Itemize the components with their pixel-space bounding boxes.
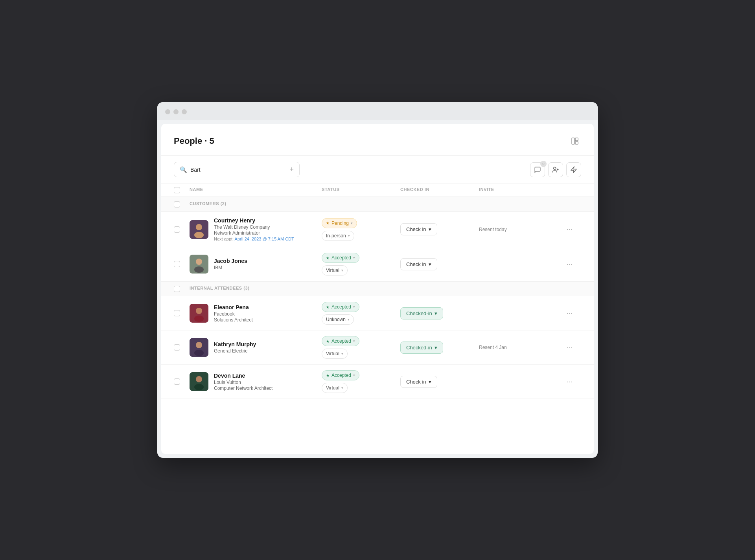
person-details: Courtney Henry The Walt Disney Company N… xyxy=(214,217,294,241)
svg-point-3 xyxy=(554,167,556,169)
chat-button[interactable]: 0 xyxy=(530,162,545,177)
meeting-type-dropdown[interactable]: Unknown ▾ xyxy=(322,314,354,325)
star-icon: ★ xyxy=(326,339,330,343)
checked-in-button[interactable]: Checked-in ▾ xyxy=(400,342,443,354)
person-role: Solutions Architect xyxy=(214,317,253,323)
status-badge[interactable]: ★ Accepted ▾ xyxy=(322,253,359,263)
add-person-button[interactable] xyxy=(548,162,563,177)
svg-point-15 xyxy=(194,316,204,322)
search-bar[interactable]: 🔍 + xyxy=(174,162,300,177)
checked-in-button[interactable]: Checked-in ▾ xyxy=(400,307,443,319)
row-checkbox[interactable] xyxy=(174,378,190,385)
toolbar-actions: 0 xyxy=(530,162,581,177)
svg-point-12 xyxy=(194,266,204,273)
table-row: Courtney Henry The Walt Disney Company N… xyxy=(161,212,594,247)
person-role: Computer Network Architect xyxy=(214,386,273,391)
person-company: General Electric xyxy=(214,348,256,354)
chevron-down-icon: ▾ xyxy=(429,226,431,232)
meeting-type-dropdown[interactable]: Virtual ▾ xyxy=(322,349,348,359)
row-checkbox[interactable] xyxy=(174,344,190,351)
col-name: NAME xyxy=(190,187,322,193)
flash-button[interactable] xyxy=(566,162,581,177)
add-button[interactable]: + xyxy=(289,165,294,174)
next-appt: Next appt: April 24, 2023 @ 7:15 AM CDT xyxy=(214,237,294,241)
more-actions-button[interactable]: ··· xyxy=(558,225,581,233)
person-company: Louis Vuitton xyxy=(214,380,273,385)
status-badge[interactable]: ★ Accepted ▾ xyxy=(322,302,359,312)
meeting-chevron-icon: ▾ xyxy=(341,268,343,272)
col-checkedin: CHECKED IN xyxy=(400,187,479,193)
page-header: People · 5 xyxy=(161,124,594,156)
row-checkbox[interactable] xyxy=(174,310,190,316)
svg-point-18 xyxy=(194,350,204,356)
table-row: Jacob Jones IBM ★ Accepted ▾ Virtual ▾ xyxy=(161,247,594,281)
person-details: Kathryn Murphy General Electric xyxy=(214,341,256,354)
col-status: STATUS xyxy=(322,187,400,193)
row-checkbox[interactable] xyxy=(174,226,190,233)
meeting-chevron-icon: ▾ xyxy=(341,386,343,390)
avatar xyxy=(190,338,208,357)
svg-rect-1 xyxy=(575,138,578,141)
svg-point-20 xyxy=(196,376,202,382)
meeting-type-dropdown[interactable]: In-person ▾ xyxy=(322,231,354,241)
content-area: People · 5 🔍 + 0 xyxy=(161,124,594,454)
app-window: People · 5 🔍 + 0 xyxy=(157,102,598,458)
invite-cell: Resent 4 Jan xyxy=(479,345,558,350)
status-cell: ★ Accepted ▾ Virtual ▾ xyxy=(322,253,400,275)
more-actions-button[interactable]: ··· xyxy=(558,378,581,386)
svg-point-9 xyxy=(194,232,204,238)
person-company: Facebook xyxy=(214,311,253,317)
person-info: Kathryn Murphy General Electric xyxy=(190,338,322,357)
svg-point-11 xyxy=(196,259,202,265)
svg-rect-2 xyxy=(575,141,578,144)
person-info: Jacob Jones IBM xyxy=(190,255,322,274)
checkin-cell: Checked-in ▾ xyxy=(400,307,479,319)
row-checkbox[interactable] xyxy=(174,261,190,267)
minimize-dot[interactable] xyxy=(173,109,179,114)
checkin-cell: Check in ▾ xyxy=(400,223,479,235)
chevron-down-icon: ▾ xyxy=(435,345,437,351)
avatar xyxy=(190,372,208,391)
status-badge[interactable]: ★ Pending ▾ xyxy=(322,218,357,228)
search-input[interactable] xyxy=(190,167,286,173)
svg-rect-0 xyxy=(572,138,575,144)
close-dot[interactable] xyxy=(165,109,170,114)
more-actions-button[interactable]: ··· xyxy=(558,343,581,352)
person-name: Jacob Jones xyxy=(214,258,247,264)
status-cell: ★ Accepted ▾ Unknown ▾ xyxy=(322,302,400,325)
section-checkbox-1[interactable] xyxy=(174,286,190,292)
people-list: CUSTOMERS (2) Courtney Henry The Walt Di… xyxy=(161,197,594,399)
more-actions-button[interactable]: ··· xyxy=(558,260,581,268)
section-header-0: CUSTOMERS (2) xyxy=(161,197,594,212)
status-badge[interactable]: ★ Accepted ▾ xyxy=(322,336,359,346)
status-cell: ★ Pending ▾ In-person ▾ xyxy=(322,218,400,241)
check-in-button[interactable]: Check in ▾ xyxy=(400,223,437,235)
table-row: Kathryn Murphy General Electric ★ Accept… xyxy=(161,330,594,365)
layout-toggle-button[interactable] xyxy=(569,135,581,147)
check-in-button[interactable]: Check in ▾ xyxy=(400,376,437,388)
meeting-type-dropdown[interactable]: Virtual ▾ xyxy=(322,383,348,393)
table-header: NAME STATUS CHECKED IN INVITE xyxy=(161,184,594,197)
person-details: Devon Lane Louis Vuitton Computer Networ… xyxy=(214,373,273,391)
svg-marker-6 xyxy=(571,167,576,173)
more-actions-button[interactable]: ··· xyxy=(558,309,581,318)
section-label-0: CUSTOMERS (2) xyxy=(190,201,581,207)
chevron-down-icon: ▾ xyxy=(429,261,431,267)
meeting-type-dropdown[interactable]: Virtual ▾ xyxy=(322,265,348,275)
search-icon: 🔍 xyxy=(180,166,187,173)
select-all-checkbox[interactable] xyxy=(174,187,190,193)
section-checkbox-0[interactable] xyxy=(174,201,190,207)
section-header-1: INTERNAL ATTENDEES (3) xyxy=(161,281,594,296)
status-chevron-icon: ▾ xyxy=(353,305,355,309)
status-chevron-icon: ▾ xyxy=(353,256,355,260)
status-badge[interactable]: ★ Accepted ▾ xyxy=(322,370,359,380)
star-icon: ★ xyxy=(326,305,330,309)
person-name: Devon Lane xyxy=(214,373,273,379)
maximize-dot[interactable] xyxy=(182,109,187,114)
checkin-cell: Check in ▾ xyxy=(400,376,479,388)
checkin-cell: Check in ▾ xyxy=(400,258,479,270)
person-name: Courtney Henry xyxy=(214,217,294,224)
person-company: IBM xyxy=(214,265,247,270)
svg-point-14 xyxy=(196,308,202,314)
check-in-button[interactable]: Check in ▾ xyxy=(400,258,437,270)
